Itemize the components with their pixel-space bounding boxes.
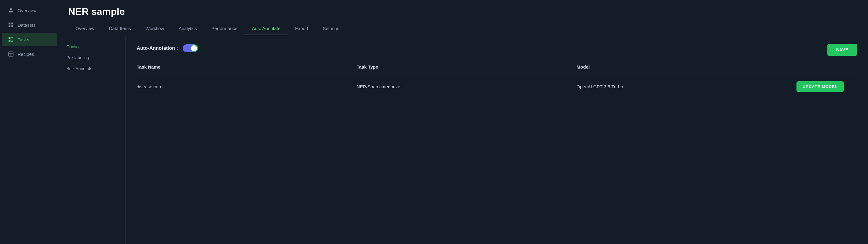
sidebar: Overview Datasets Tasks Recipes [0,0,59,244]
table-row: disease cure NER/Span categorizer OpenAI… [137,78,857,95]
sub-sidebar-item-bulk-annotate[interactable]: Bulk Annotate [59,63,125,74]
sidebar-item-tasks[interactable]: Tasks [2,33,57,46]
sidebar-item-overview[interactable]: Overview [2,4,57,17]
col-model: Model [577,64,797,70]
svg-point-0 [10,8,12,10]
svg-rect-2 [11,23,13,25]
save-button[interactable]: SAVE [827,44,857,56]
tab-auto-annotate[interactable]: Auto Annotate [245,22,288,35]
tab-workflow[interactable]: Workflow [138,22,171,35]
svg-rect-5 [9,37,10,39]
svg-rect-3 [9,26,10,27]
sidebar-item-label: Recipes [18,52,34,57]
sub-sidebar: Config Pre-labeling Bulk Annotate [59,35,126,244]
sub-sidebar-item-pre-labeling[interactable]: Pre-labeling [59,52,125,63]
sidebar-item-label: Tasks [18,37,29,42]
recipes-icon [8,51,14,57]
auto-annotation-toggle[interactable] [183,44,198,52]
main-panel: SAVE Auto-Annotation : Task Name Task Ty… [126,35,868,244]
tasks-icon [8,36,14,43]
sidebar-item-datasets[interactable]: Datasets [2,18,57,32]
auto-annotation-label: Auto-Annotation : [137,46,178,51]
header: NER sample Overview Data Items Workflow … [59,0,868,35]
tab-analytics[interactable]: Analytics [171,22,204,35]
sidebar-item-label: Overview [18,8,37,13]
grid-icon [8,22,14,28]
auto-annotation-toggle-row: Auto-Annotation : [137,44,857,52]
page-title: NER sample [68,6,859,17]
tab-export[interactable]: Export [288,22,315,35]
content-area: Config Pre-labeling Bulk Annotate SAVE A… [59,35,868,244]
col-task-type: Task Type [357,64,577,70]
sidebar-item-label: Datasets [18,23,35,28]
cell-model: OpenAI GPT-3.5 Turbo [577,84,797,89]
sub-sidebar-item-config[interactable]: Config [59,41,125,52]
cell-action: UPDATE MODEL [797,81,857,92]
col-action [797,64,857,70]
svg-rect-4 [11,26,13,27]
tab-data-items[interactable]: Data Items [102,22,138,35]
sidebar-item-recipes[interactable]: Recipes [2,47,57,61]
svg-rect-7 [9,52,13,56]
toggle-track [183,44,198,52]
svg-rect-6 [9,40,10,42]
svg-rect-1 [9,23,10,25]
col-task-name: Task Name [137,64,357,70]
update-model-button[interactable]: UPDATE MODEL [797,81,844,92]
tab-bar: Overview Data Items Workflow Analytics P… [68,22,859,35]
tab-overview[interactable]: Overview [68,22,102,35]
toggle-thumb [191,45,197,51]
person-icon [8,7,14,13]
cell-task-type: NER/Span categorizer [357,84,577,89]
table-header: Task Name Task Type Model [137,64,857,74]
tab-performance[interactable]: Performance [204,22,245,35]
main-content: NER sample Overview Data Items Workflow … [59,0,868,244]
tab-settings[interactable]: Settings [315,22,346,35]
cell-task-name: disease cure [137,84,357,89]
